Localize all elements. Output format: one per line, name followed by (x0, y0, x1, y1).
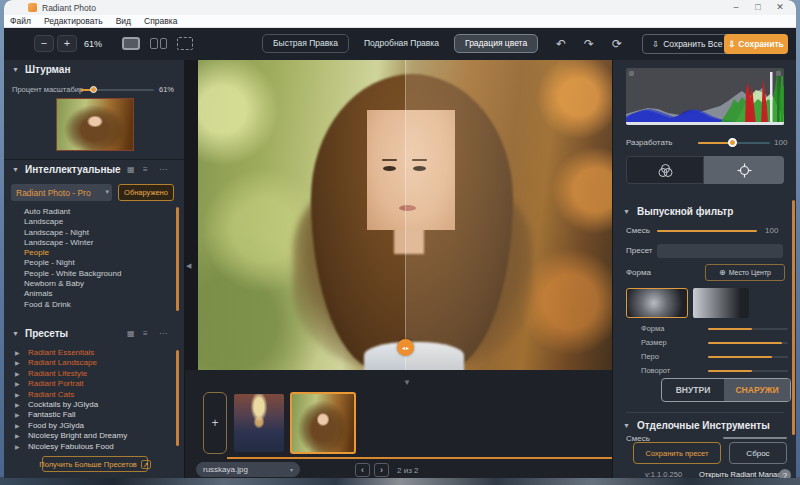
outside-option-selected[interactable]: СНАРУЖИ (724, 379, 790, 401)
navigator-zoom-knob[interactable] (90, 86, 97, 93)
collapse-triangle-icon[interactable]: ▼ (12, 166, 19, 173)
menu-view[interactable]: Вид (116, 16, 131, 26)
tab-detailed-edit[interactable]: Подробная Правка (353, 34, 450, 53)
collapse-left-panel-icon[interactable]: ◀ (186, 262, 191, 270)
previous-image-button[interactable]: ‹ (355, 463, 370, 477)
more-options-icon[interactable]: ⋯ (159, 329, 167, 338)
zoom-in-button[interactable]: + (57, 35, 77, 52)
preset-group[interactable]: ▶Radiant Essentials (4, 348, 176, 358)
smart-presets-scrollbar[interactable] (176, 207, 179, 311)
smart-preset-item-selected[interactable]: People (4, 248, 176, 258)
save-button[interactable]: ⇩ Сохранить (724, 34, 788, 54)
maximize-button[interactable]: □ (750, 1, 766, 14)
get-more-presets-button[interactable]: Получить Больше Пресетов ↗ (42, 456, 148, 472)
tab-quick-edit[interactable]: Быстрая Правка (262, 34, 349, 53)
radial-shape-thumbnail[interactable] (626, 288, 688, 318)
save-preset-button[interactable]: Сохранить пресет (633, 442, 721, 464)
preset-group[interactable]: ▶Cocktails by JGlyda (4, 400, 176, 410)
more-options-icon[interactable]: ⋯ (159, 165, 167, 174)
split-view-icon[interactable] (150, 38, 167, 49)
expand-triangle-icon[interactable]: ▶ (15, 379, 20, 389)
filmstrip-thumbnail[interactable] (234, 394, 284, 452)
smart-preset-item[interactable]: Landscape - Night (4, 228, 176, 238)
blend-slider[interactable] (657, 230, 757, 232)
preset-group[interactable]: ▶Nicolesy Fabulous Food (4, 442, 176, 452)
expand-triangle-icon[interactable]: ▶ (15, 421, 20, 431)
expand-triangle-icon[interactable]: ▶ (15, 390, 20, 400)
single-view-icon[interactable] (122, 37, 140, 50)
highlight-clipping-icon[interactable] (776, 71, 781, 76)
expand-triangle-icon[interactable]: ▶ (15, 369, 20, 379)
center-location-button[interactable]: ⊕ Место Центр (705, 264, 785, 281)
collapse-triangle-icon[interactable]: ▼ (623, 422, 630, 429)
preset-input[interactable] (657, 244, 783, 258)
preset-group[interactable]: ▶Nicolesy Bright and Dreamy (4, 431, 176, 441)
handle-right-arrow-icon: ▸ (406, 344, 409, 351)
zoom-out-button[interactable]: − (34, 35, 54, 52)
channels-mode-button[interactable] (626, 156, 704, 184)
expand-triangle-icon[interactable]: ▶ (15, 410, 20, 420)
smart-preset-dropdown[interactable]: Radiant Photo - Pro ▾ (11, 184, 112, 201)
preset-group-label: Food by JGlyda (28, 421, 84, 431)
expand-triangle-icon[interactable]: ▶ (15, 348, 20, 358)
collapse-triangle-icon[interactable]: ▼ (623, 208, 630, 215)
smart-preset-item[interactable]: People - White Background (4, 269, 176, 279)
undo-icon[interactable]: ↶ (556, 37, 566, 51)
grid-view-icon[interactable]: ▦ (127, 329, 135, 338)
shadow-clipping-icon[interactable] (629, 71, 634, 76)
inside-option[interactable]: ВНУТРИ (662, 379, 724, 401)
smart-preset-item[interactable]: Landscape (4, 217, 176, 227)
collapse-triangle-icon[interactable]: ▼ (12, 330, 19, 337)
expand-triangle-icon[interactable]: ▶ (15, 442, 20, 452)
save-all-button[interactable]: ⇩ Сохранить Все (642, 34, 732, 54)
redo-icon[interactable]: ↷ (584, 37, 594, 51)
next-image-button[interactable]: › (374, 463, 389, 477)
linear-shape-thumbnail[interactable] (693, 288, 749, 318)
add-image-button[interactable]: + (203, 392, 227, 454)
smart-preset-item[interactable]: Animals (4, 289, 176, 299)
presets-scrollbar[interactable] (176, 350, 179, 446)
before-after-divider[interactable] (405, 60, 406, 370)
crop-view-icon[interactable] (177, 37, 193, 50)
finishing-blend-slider[interactable] (723, 437, 787, 439)
develop-slider-knob[interactable] (728, 138, 737, 147)
reset-icon[interactable]: ⟳ (612, 37, 622, 51)
open-radiant-manager-link[interactable]: Открыть Radiant Manager (699, 470, 788, 478)
menu-help[interactable]: Справка (144, 16, 177, 26)
help-button[interactable]: ? (779, 469, 791, 478)
expand-triangle-icon[interactable]: ▶ (15, 400, 20, 410)
smart-preset-item[interactable]: Landscape - Winter (4, 238, 176, 248)
filename-dropdown[interactable]: russkaya.jpg ▾ (196, 462, 300, 477)
menu-edit[interactable]: Редактировать (44, 16, 103, 26)
navigator-thumbnail[interactable] (56, 98, 134, 151)
collapse-triangle-icon[interactable]: ▼ (12, 66, 19, 73)
expand-triangle-icon[interactable]: ▶ (15, 431, 20, 441)
smart-preset-item[interactable]: Food & Drink (4, 300, 176, 310)
detected-badge[interactable]: Обнаружено (118, 184, 174, 201)
smart-preset-item[interactable]: Newborn & Baby (4, 279, 176, 289)
list-view-icon[interactable]: ≡ (143, 329, 148, 338)
preset-group[interactable]: ▶Radiant Landscape (4, 358, 176, 368)
tab-color-grading[interactable]: Градация цвета (454, 34, 538, 53)
smart-preset-item[interactable]: Auto Radiant (4, 207, 176, 217)
photo-preview[interactable]: ◂ ▸ (198, 60, 612, 370)
preset-group[interactable]: ▶Radiant Portrait (4, 379, 176, 389)
menu-file[interactable]: Файл (10, 16, 31, 26)
preset-group[interactable]: ▶Food by JGlyda (4, 421, 176, 431)
smart-preset-item[interactable]: People - Night (4, 258, 176, 268)
before-after-handle[interactable]: ◂ ▸ (397, 339, 414, 356)
preset-group[interactable]: ▶Fantastic Fall (4, 410, 176, 420)
preset-group[interactable]: ▶Radiant Lifestyle (4, 369, 176, 379)
desktop-wallpaper-strip (0, 477, 800, 485)
target-mode-button[interactable] (704, 156, 784, 184)
grid-view-icon[interactable]: ▦ (127, 165, 135, 174)
reset-button[interactable]: Сброс (729, 442, 787, 464)
close-button[interactable]: ✕ (772, 1, 788, 14)
collapse-filmstrip-icon[interactable]: ▼ (403, 378, 411, 387)
preset-group[interactable]: ▶Radiant Cats (4, 390, 176, 400)
filmstrip-thumbnail-selected[interactable] (290, 392, 356, 454)
minimize-button[interactable]: – (728, 1, 744, 14)
expand-triangle-icon[interactable]: ▶ (15, 358, 20, 368)
list-view-icon[interactable]: ≡ (143, 165, 148, 174)
right-sidebar-scrollbar[interactable] (792, 200, 795, 435)
